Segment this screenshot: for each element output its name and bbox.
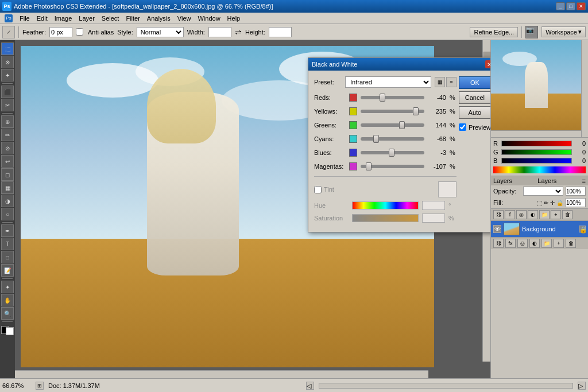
tool-clone-stamp[interactable]: ⊘ bbox=[1, 142, 14, 154]
height-input[interactable] bbox=[269, 27, 292, 37]
width-input[interactable] bbox=[208, 27, 231, 37]
preset-dropdown[interactable]: Infrared Default High Contrast Blue Filt… bbox=[345, 76, 431, 88]
reds-slider-thumb[interactable] bbox=[380, 94, 385, 102]
maximize-button[interactable]: □ bbox=[566, 2, 575, 10]
workspace-button[interactable]: Workspace ▾ bbox=[541, 26, 586, 37]
trash-button[interactable]: 🗑 bbox=[566, 239, 576, 248]
hue-input[interactable] bbox=[422, 201, 445, 210]
tint-checkbox[interactable] bbox=[314, 186, 322, 193]
menu-edit[interactable]: Edit bbox=[33, 14, 51, 23]
new-layer-button[interactable]: + bbox=[551, 210, 561, 219]
tool-brush[interactable]: ✏ bbox=[1, 129, 14, 141]
thumb-hscrollbar[interactable] bbox=[491, 130, 581, 137]
preview-checkbox[interactable] bbox=[459, 123, 466, 131]
tool-marquee[interactable]: ⬚ bbox=[1, 42, 14, 55]
minimize-button[interactable]: _ bbox=[556, 2, 565, 10]
tool-dodge[interactable]: ○ bbox=[1, 208, 14, 220]
menu-image[interactable]: Image bbox=[51, 14, 76, 23]
tool-healing[interactable]: ⊕ bbox=[1, 115, 14, 128]
menu-analysis[interactable]: Analysis bbox=[144, 14, 174, 23]
adjustment-button[interactable]: ◐ bbox=[529, 239, 540, 248]
layer-visibility-eye[interactable]: 👁 bbox=[493, 225, 501, 233]
new-adjustment-button[interactable]: ◐ bbox=[528, 210, 538, 219]
scroll-left-button[interactable]: ◁ bbox=[306, 382, 314, 390]
cyans-slider-track[interactable] bbox=[361, 137, 424, 141]
close-button[interactable]: ✕ bbox=[577, 2, 586, 10]
thumb-vscrollbar[interactable] bbox=[581, 40, 588, 137]
opacity-input[interactable] bbox=[566, 187, 586, 196]
tool-crop[interactable]: ⬛ bbox=[1, 86, 14, 98]
tool-shape[interactable]: □ bbox=[1, 251, 14, 263]
ok-button[interactable]: OK bbox=[459, 76, 490, 89]
add-mask-button[interactable]: ◎ bbox=[516, 210, 527, 219]
menu-window[interactable]: Window bbox=[194, 14, 223, 23]
blues-slider-thumb[interactable] bbox=[389, 149, 394, 157]
add-style-button[interactable]: f bbox=[505, 210, 515, 219]
lock-move-icon[interactable]: ✛ bbox=[550, 200, 555, 206]
fx-button[interactable]: fx bbox=[505, 239, 516, 248]
anti-alias-checkbox[interactable] bbox=[76, 28, 83, 36]
mask-button[interactable]: ◎ bbox=[517, 239, 528, 248]
preset-menu-icon[interactable]: ≡ bbox=[446, 77, 457, 87]
cyans-slider-thumb[interactable] bbox=[373, 135, 379, 143]
background-layer[interactable]: 👁 Background 🔒 bbox=[491, 221, 588, 237]
menu-layer[interactable]: Layer bbox=[75, 14, 98, 23]
saturation-input[interactable] bbox=[422, 214, 445, 223]
lock-transparent-icon[interactable]: ⬚ bbox=[537, 200, 542, 206]
style-dropdown[interactable]: Normal Fixed Ratio Fixed Size bbox=[137, 27, 184, 37]
lock-paint-icon[interactable]: ✏ bbox=[544, 200, 548, 206]
yellows-slider-track[interactable] bbox=[361, 110, 424, 113]
blues-slider-track[interactable] bbox=[361, 151, 424, 154]
folder-button[interactable]: 📁 bbox=[541, 239, 552, 248]
tool-path[interactable]: ✒ bbox=[1, 224, 14, 237]
reds-slider-track[interactable] bbox=[361, 96, 424, 99]
greens-slider-track[interactable] bbox=[361, 123, 424, 127]
menu-file[interactable]: File bbox=[16, 14, 33, 23]
magentas-slider-track[interactable] bbox=[361, 165, 424, 168]
swap-icon[interactable]: ⇌ bbox=[235, 28, 242, 37]
tool-blur[interactable]: ◑ bbox=[1, 195, 14, 207]
new-layer-bottom-button[interactable]: + bbox=[554, 239, 564, 248]
refine-edge-button[interactable]: Refine Edge... bbox=[470, 27, 518, 37]
preset-save-icon[interactable]: ▦ bbox=[435, 77, 445, 87]
scroll-right-button[interactable]: ▷ bbox=[578, 382, 586, 390]
layers-tab[interactable]: Layers bbox=[537, 177, 556, 184]
canvas-hscrollbar[interactable] bbox=[15, 370, 428, 378]
cancel-button[interactable]: Cancel bbox=[459, 91, 490, 104]
tool-eyedropper[interactable]: ✦ bbox=[1, 281, 14, 293]
tool-notes[interactable]: 📝 bbox=[1, 264, 14, 277]
menu-select[interactable]: Select bbox=[98, 14, 123, 23]
menu-filter[interactable]: Filter bbox=[122, 14, 143, 23]
tool-text[interactable]: T bbox=[1, 238, 14, 250]
b-slider[interactable] bbox=[501, 158, 572, 164]
new-group-button[interactable]: 📁 bbox=[539, 210, 550, 219]
tool-hand[interactable]: ✋ bbox=[1, 294, 14, 306]
tool-zoom[interactable]: 🔍 bbox=[1, 307, 14, 320]
menu-view[interactable]: View bbox=[174, 14, 195, 23]
fill-input[interactable] bbox=[566, 198, 586, 207]
lock-all-icon[interactable]: 🔒 bbox=[556, 200, 563, 206]
tool-gradient[interactable]: ▦ bbox=[1, 181, 14, 194]
magentas-slider-thumb[interactable] bbox=[366, 162, 372, 170]
g-slider[interactable] bbox=[501, 149, 572, 155]
hue-slider[interactable] bbox=[352, 201, 419, 209]
tint-color-box[interactable] bbox=[438, 181, 457, 197]
link-button[interactable]: ⛓ bbox=[493, 239, 504, 248]
auto-button[interactable]: Auto bbox=[459, 106, 490, 119]
delete-layer-button[interactable]: 🗑 bbox=[562, 210, 572, 219]
background-color[interactable] bbox=[6, 327, 14, 335]
tool-magic-wand[interactable]: ✦ bbox=[1, 69, 14, 81]
r-slider[interactable] bbox=[501, 141, 572, 146]
link-layers-button[interactable]: ⛓ bbox=[493, 210, 504, 219]
blend-mode-dropdown[interactable] bbox=[523, 187, 563, 196]
menu-adobe[interactable]: Ps bbox=[1, 13, 16, 24]
window-controls[interactable]: _ □ ✕ bbox=[556, 2, 586, 10]
menu-help[interactable]: Help bbox=[224, 14, 244, 23]
tool-slice[interactable]: ✂ bbox=[1, 99, 14, 111]
yellows-slider-thumb[interactable] bbox=[413, 107, 419, 115]
tool-lasso[interactable]: ⊗ bbox=[1, 56, 14, 68]
zoom-fit-button[interactable]: ⊞ bbox=[36, 382, 44, 390]
greens-slider-thumb[interactable] bbox=[399, 121, 405, 129]
layers-menu-icon[interactable]: ≡ bbox=[582, 177, 586, 184]
hscrollbar-main[interactable] bbox=[319, 383, 573, 389]
